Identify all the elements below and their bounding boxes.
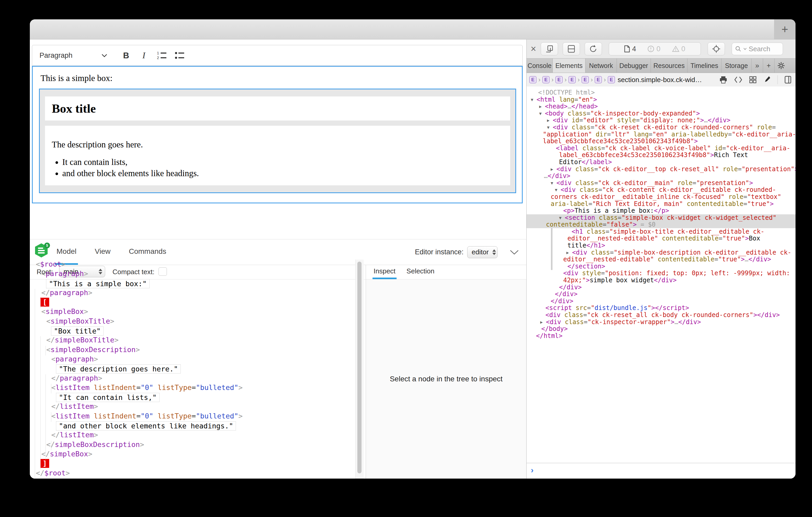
print-styles-icon[interactable] xyxy=(719,76,727,84)
model-tree-line[interactable]: </simpleBoxTitle> xyxy=(30,335,355,345)
dom-tree-line[interactable]: <div class="ck ck-reset_all ck-body ck-r… xyxy=(527,311,795,318)
breadcrumb-element-badge[interactable]: E xyxy=(569,76,576,83)
dom-tree-line[interactable]: label_e63cbbfece34c53ce23501062343f49b8"… xyxy=(527,138,795,145)
source-code-icon[interactable] xyxy=(734,76,743,83)
quick-console[interactable]: › xyxy=(527,463,795,479)
model-tree-line[interactable]: [ xyxy=(30,298,355,307)
model-tree-line[interactable]: <paragraph> xyxy=(30,355,355,364)
breadcrumb-element-badge[interactable]: E xyxy=(594,76,602,83)
box-title-heading[interactable]: Box title xyxy=(52,101,96,116)
model-tree-line[interactable]: "The description goes here." xyxy=(30,364,355,373)
dom-tree-line[interactable]: ▼<section class="simple-box ck-widget ck… xyxy=(527,214,795,221)
model-tree-line[interactable]: <simpleBoxTitle> xyxy=(30,316,355,326)
dom-tree-line[interactable]: ▼<div class="ck ck-reset ck-editor ck-ro… xyxy=(527,124,795,131)
dom-tree-line[interactable]: <!DOCTYPE html> xyxy=(527,89,795,96)
breadcrumb-element-badge[interactable]: E xyxy=(582,76,589,83)
model-tree-line[interactable]: </paragraph> xyxy=(30,373,355,383)
dom-tree-line[interactable]: editor__nested-editable" contenteditable… xyxy=(527,235,795,242)
dom-tree-line[interactable]: editor__nested-editable" contenteditable… xyxy=(527,256,795,263)
dom-tree-line[interactable]: <div style="position: fixed; top: 0px; l… xyxy=(527,270,795,277)
devtools-tab-debugger[interactable]: Debugger xyxy=(617,59,651,73)
simple-box-widget[interactable]: Box title The description goes here. It … xyxy=(39,89,516,193)
dom-tree-line[interactable]: Editor</label> xyxy=(527,159,795,166)
breadcrumb-element-badge[interactable]: E xyxy=(555,76,563,83)
model-tree-line[interactable]: <$root> xyxy=(30,260,355,269)
dom-tree-line[interactable]: </div> xyxy=(527,298,795,305)
devtools-settings-button[interactable] xyxy=(775,59,788,73)
dom-tree-line[interactable]: ▶<div class="ck-inspector-wrapper">…</di… xyxy=(527,318,795,326)
issues-summary[interactable]: 4 0 0 xyxy=(609,42,701,55)
devtools-tab-console[interactable]: Console xyxy=(527,59,553,73)
dom-tree-line[interactable]: ▶<div class="simple-box-description ck-e… xyxy=(527,249,795,256)
dom-tree-line[interactable]: ▼<body class="ck-inspector-body-expanded… xyxy=(527,110,795,117)
editor-instance-select[interactable]: editor xyxy=(467,246,498,258)
dom-tree-line[interactable]: ▶<div class="ck ck-editor__top ck-reset_… xyxy=(527,166,795,173)
dom-tree-line[interactable]: ▼<html lang="en"> xyxy=(527,96,795,103)
devtools-tab-resources[interactable]: Resources xyxy=(651,59,688,73)
dom-tree-line[interactable]: </body> xyxy=(527,326,795,332)
new-tab-button[interactable]: + xyxy=(774,19,795,39)
numbered-list-button[interactable]: 12 xyxy=(153,47,170,63)
side-tab-inspect[interactable]: Inspect xyxy=(373,265,397,279)
reload-page-button[interactable] xyxy=(585,42,602,55)
search-input[interactable]: Search xyxy=(732,42,783,55)
model-tree-line[interactable]: <listItem listIndent="0" listType="bulle… xyxy=(30,383,355,392)
add-tab-button[interactable]: + xyxy=(763,59,775,73)
breadcrumb-current-element[interactable]: Esection.simple-box.ck-wid… xyxy=(608,76,702,84)
simple-box-description[interactable]: The description goes here. It can contai… xyxy=(45,126,510,185)
dom-tree-line[interactable]: <script src="dist/bundle.js"></script> xyxy=(527,304,795,311)
dom-tree-line[interactable]: ▼<div class="ck ck-content ck-editor__ed… xyxy=(527,186,795,193)
dom-tree-line[interactable]: title</h1> xyxy=(527,242,795,249)
model-tree-line[interactable]: <simpleBoxDescription> xyxy=(30,345,355,355)
element-picker-button[interactable] xyxy=(707,42,725,55)
description-paragraph[interactable]: The description goes here. xyxy=(52,140,510,150)
model-tree-line[interactable]: "and other block elements like headings.… xyxy=(30,421,355,430)
dom-tree-line[interactable]: </div> xyxy=(527,291,795,298)
close-devtools-button[interactable]: × xyxy=(528,43,539,54)
collapse-inspector-button[interactable] xyxy=(510,249,519,255)
devtools-tab-timelines[interactable]: Timelines xyxy=(688,59,722,73)
dom-tree-line[interactable]: ▼<div class="ck ck-editor__main" role="p… xyxy=(527,180,795,187)
model-tree-line[interactable]: </$root> xyxy=(30,468,355,478)
italic-button[interactable]: I xyxy=(136,47,152,63)
editor-editable-area[interactable]: This is a simple box: Box title The desc… xyxy=(32,66,523,203)
dom-tree-line[interactable]: <label class="ck ck-label ck-voice-label… xyxy=(527,145,795,152)
dom-tree-line[interactable]: <p>This is a simple box:</p> xyxy=(527,207,795,214)
dom-tree-line[interactable]: 42px;">simple box widget</div> xyxy=(527,277,795,284)
split-console-button[interactable] xyxy=(563,42,580,55)
dom-tree-line[interactable]: </div> xyxy=(527,284,795,291)
breadcrumb-element-badge[interactable]: E xyxy=(529,76,536,83)
dom-tree-line[interactable]: </section> xyxy=(527,263,795,270)
dom-tree-line[interactable]: label_e63cbbfece34c53ce23501062343f49b8"… xyxy=(527,152,795,159)
model-tree-line[interactable]: ] xyxy=(30,459,355,468)
model-tree-line[interactable]: </paragraph> xyxy=(30,288,355,298)
model-tree-line[interactable]: </listItem> xyxy=(30,430,355,439)
list-item[interactable]: It can contain lists, xyxy=(62,157,510,167)
styles-brush-icon[interactable] xyxy=(763,76,771,84)
details-sidebar-icon[interactable] xyxy=(785,76,791,84)
devtools-tab-elements[interactable]: Elements xyxy=(553,59,585,73)
dom-tree-line[interactable]: contenteditable="false"> = $0 xyxy=(527,221,795,228)
model-tree-line[interactable]: "It can contain lists," xyxy=(30,392,355,402)
heading-dropdown[interactable]: Paragraph xyxy=(39,52,108,60)
breadcrumb-element-badge[interactable]: E xyxy=(542,76,550,83)
layout-grid-icon[interactable] xyxy=(749,76,757,83)
bold-button[interactable]: B xyxy=(118,47,134,63)
model-tree-line[interactable]: </listItem> xyxy=(30,402,355,411)
dock-side-button[interactable] xyxy=(541,42,558,55)
dom-tree-line[interactable]: <h1 class="simple-box-title ck-editor__e… xyxy=(527,228,795,235)
scrollbar-thumb[interactable] xyxy=(357,262,361,473)
model-tree-line[interactable]: <paragraph> xyxy=(30,269,355,278)
model-tree-line[interactable]: </simpleBoxDescription> xyxy=(30,440,355,449)
model-tree-line[interactable]: </simpleBox> xyxy=(30,449,355,459)
dom-tree-line[interactable]: …</div> xyxy=(527,173,795,180)
dom-tree-line[interactable]: ▶<div id="editor" style="display: none;"… xyxy=(527,117,795,124)
simple-box-title[interactable]: Box title xyxy=(45,96,510,121)
dom-tree-line[interactable]: corners ck-editor__editable_inline ck-fo… xyxy=(527,193,795,201)
side-tab-selection[interactable]: Selection xyxy=(405,265,436,279)
devtools-tab-network[interactable]: Network xyxy=(585,59,617,73)
model-tree-line[interactable]: <listItem listIndent="0" listType="bulle… xyxy=(30,412,355,421)
bulleted-list-button[interactable] xyxy=(171,47,187,63)
devtools-tab-storage[interactable]: Storage xyxy=(722,59,752,73)
dom-tree-line[interactable]: ▶<head>…</head> xyxy=(527,103,795,110)
